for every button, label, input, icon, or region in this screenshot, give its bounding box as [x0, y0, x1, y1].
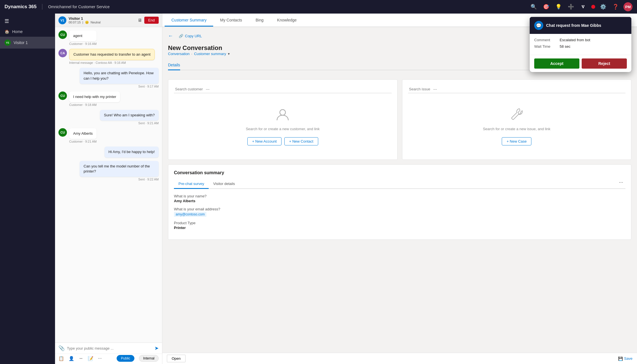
idea-icon[interactable]: 💡 — [554, 2, 563, 11]
transcript-icon[interactable]: 📋 — [58, 356, 64, 361]
wrench-icon — [510, 107, 524, 124]
message-bubble: Amy Alberts — [69, 128, 97, 139]
notification-popup: 💬 Chat request from Mae Gibbs Comment Es… — [530, 17, 631, 72]
notification-body: Comment Escalated from bot Wait Time 58 … — [530, 34, 631, 55]
new-case-button[interactable]: + New Case — [502, 137, 531, 145]
visitor-timer: 00:07:15 — [69, 21, 81, 24]
summary-title: Conversation summary — [174, 170, 625, 175]
sidebar-item-visitor[interactable]: V1 Visitor 1 — [0, 37, 55, 49]
visitor-name: Visitor 1 — [69, 16, 101, 21]
user-avatar[interactable]: PM — [623, 2, 632, 11]
wait-value: 58 sec — [560, 44, 570, 49]
conversation-summary-card: Conversation summary Pre-chat survey Vis… — [168, 164, 631, 240]
form-field-email: What is your email address? amy@contoso.… — [174, 207, 625, 217]
visitor-info: V1 Visitor 1 00:07:15 | 😐 Neutral — [58, 16, 101, 24]
message-row: Can you tell me the model number of the … — [80, 161, 159, 181]
sentiment-label: Neutral — [91, 21, 101, 24]
messages-area: CU agent Customer · 9:16 AM CA Customer … — [55, 27, 162, 343]
issue-empty-state: Search for or create a new issue, and li… — [408, 99, 626, 154]
settings-icon[interactable]: ⚙️ — [599, 2, 608, 11]
search-issue-input[interactable] — [408, 85, 626, 93]
copy-url-label: Copy URL — [185, 34, 202, 38]
note-icon[interactable]: 📝 — [88, 356, 93, 361]
back-button[interactable]: ← — [168, 33, 173, 39]
message-content: Amy Alberts Customer · 9:21 AM — [69, 128, 97, 143]
message-avatar: CA — [58, 49, 67, 57]
copy-url-button[interactable]: 🔗 Copy URL — [176, 33, 204, 39]
message-content: Customer has requested to transfer to an… — [69, 49, 155, 64]
message-content: Sure! Who am I speaking with? Sent · 9:2… — [100, 110, 159, 125]
message-bubble-agent: Sure! Who am I speaking with? — [100, 110, 159, 121]
new-contact-button[interactable]: + New Contact — [284, 137, 318, 145]
details-tab[interactable]: Details — [168, 60, 180, 70]
more-icon[interactable]: ··· — [98, 356, 102, 361]
sidebar-item-home[interactable]: 🏠 Home — [0, 27, 55, 37]
public-mode-button[interactable]: Public — [117, 355, 134, 362]
message-row: CA Customer has requested to transfer to… — [58, 49, 159, 64]
visitor-avatar: V1 — [5, 40, 11, 46]
field-value-email: amy@contoso.com — [174, 212, 206, 217]
conversation-panel: V1 Visitor 1 00:07:15 | 😐 Neutral 🖥 End — [55, 14, 162, 364]
add-icon[interactable]: ➕ — [566, 2, 575, 11]
hamburger-icon[interactable]: ☰ — [0, 16, 55, 27]
message-row: Sure! Who am I speaking with? Sent · 9:2… — [100, 110, 159, 125]
sidebar: ☰ 🏠 Home V1 Visitor 1 — [0, 14, 55, 364]
message-avatar: CU — [58, 91, 67, 100]
summary-tabs: Pre-chat survey Visitor details ··· — [174, 179, 625, 189]
issue-actions: + New Case — [502, 137, 531, 145]
message-content: I need help with my printer Customer · 9… — [69, 91, 120, 106]
customer-card: Search for or create a new customer, and… — [168, 79, 398, 160]
comment-label: Comment — [534, 38, 560, 42]
tab-my-contacts[interactable]: My Contacts — [213, 14, 249, 27]
monitor-icon[interactable]: 🖥 — [138, 18, 142, 23]
visitor-details: Visitor 1 00:07:15 | 😐 Neutral — [69, 16, 101, 24]
field-label: What is your email address? — [174, 207, 625, 211]
top-navigation: Dynamics 365 Omnichannel for Customer Se… — [0, 0, 637, 14]
tab-customer-summary[interactable]: Customer Summary — [165, 14, 213, 27]
reject-button[interactable]: Reject — [582, 58, 627, 69]
conv-toolbar: 📋 👤 ↔ 📝 ··· Public Internal — [55, 354, 162, 364]
breadcrumb-conversation[interactable]: Conversation — [168, 52, 190, 56]
message-content: Hi Amy, I'd be happy to help! — [104, 147, 159, 157]
tab-bing[interactable]: Bing — [249, 14, 270, 27]
message-meta: Customer · 9:18 AM — [69, 103, 120, 106]
message-meta: Sent · 9:21 AM — [100, 121, 159, 125]
new-account-button[interactable]: + New Account — [247, 137, 282, 145]
cards-row: Search for or create a new customer, and… — [168, 79, 631, 160]
summary-more-button[interactable]: ··· — [617, 179, 625, 188]
transfer-icon[interactable]: ↔ — [79, 356, 83, 361]
search-customer-input[interactable] — [174, 85, 392, 93]
tab-prechat-survey[interactable]: Pre-chat survey — [174, 179, 209, 189]
message-content: Can you tell me the model number of the … — [80, 161, 159, 181]
end-conversation-button[interactable]: End — [144, 17, 159, 24]
field-value: Amy Alberts — [174, 199, 625, 203]
sidebar-home-label: Home — [12, 29, 23, 34]
message-avatar: CU — [58, 30, 67, 39]
message-input[interactable] — [67, 346, 152, 350]
home-icon: 🏠 — [5, 29, 9, 34]
attachment-icon[interactable]: 📎 — [58, 345, 65, 351]
tab-knowledge[interactable]: Knowledge — [270, 14, 303, 27]
field-label: What is your name? — [174, 194, 625, 198]
agent-icon[interactable]: 👤 — [69, 356, 74, 361]
target-icon[interactable]: 🎯 — [542, 2, 551, 11]
open-button[interactable]: Open — [167, 355, 186, 362]
message-avatar: CU — [58, 128, 67, 137]
send-icon[interactable]: ➤ — [154, 345, 159, 351]
breadcrumb-customer-summary[interactable]: Customer summary — [194, 52, 226, 56]
search-icon[interactable]: 🔍 — [529, 2, 538, 11]
help-icon[interactable]: ❓ — [611, 2, 620, 11]
person-icon — [276, 107, 290, 124]
notification-header: 💬 Chat request from Mae Gibbs — [530, 17, 631, 34]
message-bubble-agent: Hi Amy, I'd be happy to help! — [104, 147, 159, 157]
message-row: Hi Amy, I'd be happy to help! — [104, 147, 159, 157]
save-icon: 💾 — [618, 356, 623, 361]
message-bubble-agent: Can you tell me the model number of the … — [80, 161, 159, 177]
filter-icon[interactable]: ⛛ — [579, 2, 588, 11]
issue-card: Search for or create a new issue, and li… — [402, 79, 632, 160]
input-row: 📎 ➤ — [55, 343, 162, 354]
internal-mode-button[interactable]: Internal — [139, 355, 159, 362]
accept-button[interactable]: Accept — [534, 58, 579, 69]
save-label[interactable]: Save — [624, 356, 632, 361]
tab-visitor-details[interactable]: Visitor details — [209, 179, 239, 189]
